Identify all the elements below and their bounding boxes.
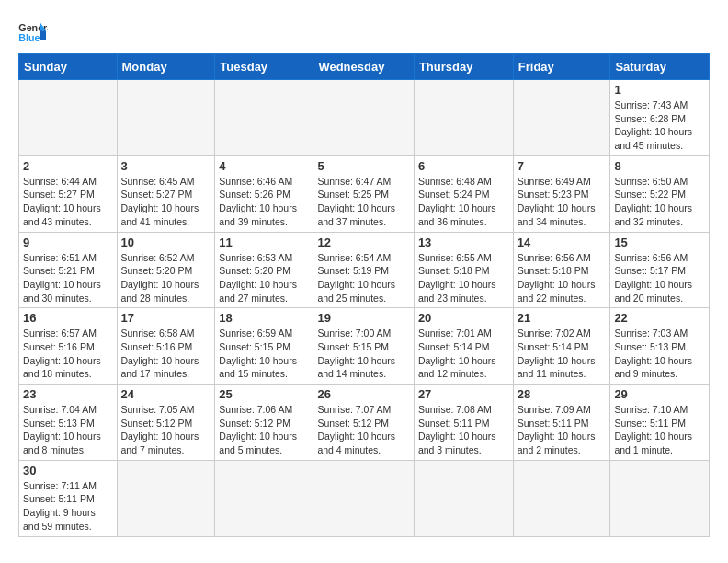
day-info: Sunrise: 7:09 AM Sunset: 5:11 PM Dayligh… [518,403,607,457]
day-info: Sunrise: 7:43 AM Sunset: 6:28 PM Dayligh… [614,98,705,153]
day-number: 27 [418,387,509,401]
calendar-cell: 3Sunrise: 6:45 AM Sunset: 5:27 PM Daylig… [117,155,215,232]
day-info: Sunrise: 6:47 AM Sunset: 5:25 PM Dayligh… [317,175,409,229]
day-number: 6 [418,159,509,173]
calendar-cell [414,460,513,536]
calendar-header-wednesday: Wednesday [313,54,414,80]
day-number: 12 [317,236,409,249]
day-info: Sunrise: 6:51 AM Sunset: 5:21 PM Dayligh… [23,251,113,305]
calendar-cell: 14Sunrise: 6:56 AM Sunset: 5:18 PM Dayli… [513,232,610,308]
day-info: Sunrise: 6:54 AM Sunset: 5:19 PM Dayligh… [317,251,409,305]
day-info: Sunrise: 6:59 AM Sunset: 5:15 PM Dayligh… [219,327,309,381]
day-info: Sunrise: 7:03 AM Sunset: 5:13 PM Dayligh… [614,327,705,381]
calendar-cell: 25Sunrise: 7:06 AM Sunset: 5:12 PM Dayli… [215,385,313,461]
calendar-cell: 1Sunrise: 7:43 AM Sunset: 6:28 PM Daylig… [610,80,710,156]
day-number: 19 [317,311,409,325]
day-number: 22 [614,311,705,325]
day-number: 11 [219,236,309,249]
svg-marker-3 [40,31,46,40]
day-number: 8 [614,159,705,173]
calendar-cell: 18Sunrise: 6:59 AM Sunset: 5:15 PM Dayli… [215,308,313,385]
calendar-cell: 30Sunrise: 7:11 AM Sunset: 5:11 PM Dayli… [19,460,118,536]
day-number: 23 [23,387,113,401]
calendar-cell [215,460,313,536]
calendar-week-row: 9Sunrise: 6:51 AM Sunset: 5:21 PM Daylig… [19,232,710,308]
day-number: 29 [614,387,705,401]
calendar-cell: 12Sunrise: 6:54 AM Sunset: 5:19 PM Dayli… [313,232,414,308]
svg-text:Blue: Blue [18,32,40,43]
calendar-week-row: 30Sunrise: 7:11 AM Sunset: 5:11 PM Dayli… [19,460,710,536]
calendar-cell [117,80,215,156]
day-number: 18 [219,311,309,325]
calendar-cell: 27Sunrise: 7:08 AM Sunset: 5:11 PM Dayli… [414,385,513,461]
calendar-cell: 15Sunrise: 6:56 AM Sunset: 5:17 PM Dayli… [610,232,710,308]
calendar-cell: 28Sunrise: 7:09 AM Sunset: 5:11 PM Dayli… [513,385,610,461]
day-number: 17 [121,311,211,325]
day-number: 9 [23,236,113,249]
day-number: 28 [518,387,607,401]
calendar-cell: 7Sunrise: 6:49 AM Sunset: 5:23 PM Daylig… [513,155,610,232]
calendar-cell: 9Sunrise: 6:51 AM Sunset: 5:21 PM Daylig… [19,232,118,308]
day-info: Sunrise: 6:56 AM Sunset: 5:17 PM Dayligh… [614,251,705,305]
calendar-cell: 2Sunrise: 6:44 AM Sunset: 5:27 PM Daylig… [19,155,118,232]
calendar-cell [313,80,414,156]
day-info: Sunrise: 6:49 AM Sunset: 5:23 PM Dayligh… [518,175,607,229]
day-number: 7 [518,159,607,173]
day-info: Sunrise: 7:08 AM Sunset: 5:11 PM Dayligh… [418,403,509,457]
day-info: Sunrise: 6:50 AM Sunset: 5:22 PM Dayligh… [614,175,705,229]
calendar-cell [513,80,610,156]
day-info: Sunrise: 7:11 AM Sunset: 5:11 PM Dayligh… [23,479,113,534]
calendar-header-tuesday: Tuesday [215,54,313,80]
logo: General Blue [18,20,48,46]
calendar-header-friday: Friday [513,54,610,80]
day-number: 21 [518,311,607,325]
day-number: 4 [219,159,309,173]
day-number: 25 [219,387,309,401]
calendar-cell [313,460,414,536]
calendar-cell [414,80,513,156]
day-info: Sunrise: 7:07 AM Sunset: 5:12 PM Dayligh… [317,403,409,457]
calendar-header-thursday: Thursday [414,54,513,80]
calendar-cell [19,80,118,156]
generalblue-logo-icon: General Blue [18,20,48,46]
calendar-cell: 22Sunrise: 7:03 AM Sunset: 5:13 PM Dayli… [610,308,710,385]
calendar-cell: 23Sunrise: 7:04 AM Sunset: 5:13 PM Dayli… [19,385,118,461]
calendar-cell: 24Sunrise: 7:05 AM Sunset: 5:12 PM Dayli… [117,385,215,461]
day-number: 26 [317,387,409,401]
day-number: 30 [23,464,113,477]
day-number: 10 [121,236,211,249]
calendar-cell: 6Sunrise: 6:48 AM Sunset: 5:24 PM Daylig… [414,155,513,232]
calendar-cell [610,460,710,536]
calendar-cell [513,460,610,536]
day-info: Sunrise: 6:52 AM Sunset: 5:20 PM Dayligh… [121,251,211,305]
calendar-cell: 17Sunrise: 6:58 AM Sunset: 5:16 PM Dayli… [117,308,215,385]
calendar-cell: 19Sunrise: 7:00 AM Sunset: 5:15 PM Dayli… [313,308,414,385]
calendar-table: SundayMondayTuesdayWednesdayThursdayFrid… [18,53,710,537]
day-number: 16 [23,311,113,325]
calendar-cell: 5Sunrise: 6:47 AM Sunset: 5:25 PM Daylig… [313,155,414,232]
day-number: 14 [518,236,607,249]
calendar-week-row: 16Sunrise: 6:57 AM Sunset: 5:16 PM Dayli… [19,308,710,385]
day-info: Sunrise: 7:05 AM Sunset: 5:12 PM Dayligh… [121,403,211,457]
calendar-header-monday: Monday [117,54,215,80]
calendar-cell: 13Sunrise: 6:55 AM Sunset: 5:18 PM Dayli… [414,232,513,308]
calendar-week-row: 2Sunrise: 6:44 AM Sunset: 5:27 PM Daylig… [19,155,710,232]
day-number: 3 [121,159,211,173]
calendar-header-row: SundayMondayTuesdayWednesdayThursdayFrid… [19,54,710,80]
day-info: Sunrise: 7:00 AM Sunset: 5:15 PM Dayligh… [317,327,409,381]
calendar-cell: 4Sunrise: 6:46 AM Sunset: 5:26 PM Daylig… [215,155,313,232]
day-info: Sunrise: 6:58 AM Sunset: 5:16 PM Dayligh… [121,327,211,381]
calendar-header-sunday: Sunday [19,54,118,80]
day-number: 15 [614,236,705,249]
day-info: Sunrise: 6:44 AM Sunset: 5:27 PM Dayligh… [23,175,113,229]
day-info: Sunrise: 6:56 AM Sunset: 5:18 PM Dayligh… [518,251,607,305]
day-info: Sunrise: 6:55 AM Sunset: 5:18 PM Dayligh… [418,251,509,305]
calendar-cell: 8Sunrise: 6:50 AM Sunset: 5:22 PM Daylig… [610,155,710,232]
calendar-week-row: 1Sunrise: 7:43 AM Sunset: 6:28 PM Daylig… [19,80,710,156]
calendar-header-saturday: Saturday [610,54,710,80]
calendar-cell: 16Sunrise: 6:57 AM Sunset: 5:16 PM Dayli… [19,308,118,385]
header: General Blue [18,15,710,46]
day-number: 2 [23,159,113,173]
day-info: Sunrise: 7:06 AM Sunset: 5:12 PM Dayligh… [219,403,309,457]
day-info: Sunrise: 6:57 AM Sunset: 5:16 PM Dayligh… [23,327,113,381]
